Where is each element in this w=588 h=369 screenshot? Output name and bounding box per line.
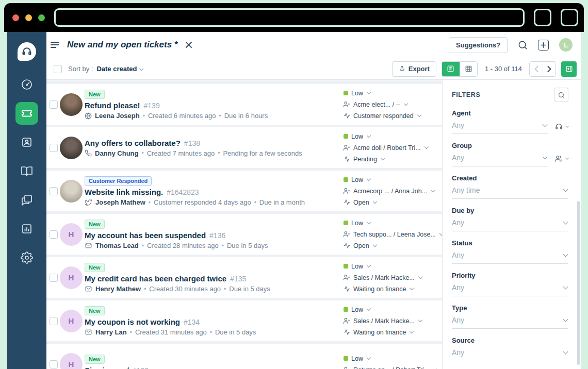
export-button[interactable]: Export <box>392 61 436 77</box>
filter-dropdown[interactable]: Any <box>452 121 548 134</box>
priority-select[interactable]: Low <box>344 355 435 362</box>
freshdesk-logo[interactable] <box>18 42 36 61</box>
priority-select[interactable]: Low <box>344 263 435 270</box>
ticket-row[interactable]: H New My coupon is not working #134 <box>46 300 442 341</box>
filter-dropdown[interactable]: Any time <box>452 186 568 199</box>
status-badge: New <box>85 263 105 272</box>
agent-headset-filter-button[interactable] <box>555 123 568 130</box>
ticket-subject[interactable]: Website link missing. <box>85 188 163 196</box>
ticket-subject[interactable]: Any offers to collaborate? <box>85 139 181 147</box>
sidebar-item-dashboard[interactable] <box>15 73 38 96</box>
sidebar-item-admin[interactable] <box>15 246 38 269</box>
company-contact-value: Tech suppo... / Leena Jose... <box>353 231 436 238</box>
maximize-window-button[interactable] <box>38 14 45 21</box>
requester-name[interactable]: Joseph Mathew <box>95 198 145 206</box>
filter-dropdown[interactable]: Any <box>452 153 548 166</box>
filter-dropdown[interactable]: Any <box>452 348 568 361</box>
sidebar-item-contacts[interactable] <box>15 131 38 154</box>
company-contact-select[interactable]: Returns an... / Robert Tri... <box>344 366 435 369</box>
card-view-button[interactable] <box>442 62 460 76</box>
browser-extension-button[interactable] <box>534 9 551 26</box>
ticket-row[interactable]: H New My account has been suspended #136 <box>46 214 442 255</box>
search-icon[interactable] <box>518 40 528 50</box>
filter-dropdown[interactable]: Any <box>452 250 568 264</box>
ticket-checkbox[interactable] <box>50 317 58 325</box>
filters-scrollbar[interactable] <box>577 201 580 365</box>
ticket-subject[interactable]: My account has been suspended <box>85 231 206 240</box>
company-contact-select[interactable]: Acme elect... / -- <box>344 101 435 108</box>
export-icon <box>399 65 405 72</box>
requester-name[interactable]: Leena Joseph <box>95 112 140 120</box>
ticket-row[interactable]: Any offers to collaborate? #138 Danny Ch… <box>46 127 442 168</box>
priority-select[interactable]: Low <box>344 90 435 97</box>
user-avatar[interactable]: L <box>559 38 573 52</box>
sort-value-dropdown[interactable]: Date created <box>96 65 143 73</box>
chevron-down-icon <box>367 220 371 224</box>
filter-dropdown[interactable]: Any <box>452 315 568 329</box>
suggestions-button[interactable]: Suggestions? <box>449 37 508 53</box>
requester-name[interactable]: Thomas Lead <box>95 242 139 249</box>
people-group-icon <box>554 155 563 162</box>
ticket-subject[interactable]: My credit card has been charged twice <box>85 274 226 283</box>
new-ticket-button[interactable] <box>538 40 549 51</box>
sidebar-item-analytics[interactable] <box>15 217 38 240</box>
status-select[interactable]: Waiting on finance <box>344 329 435 336</box>
requester-name[interactable]: Harry Lan <box>95 328 127 336</box>
ticket-row[interactable]: H New My credit card has been charged tw… <box>46 257 442 298</box>
previous-page-button[interactable] <box>530 62 543 76</box>
status-value: Open <box>353 242 369 249</box>
company-contact-select[interactable]: Sales / Mark Hacke... <box>344 274 435 281</box>
ticket-checkbox[interactable] <box>50 100 58 109</box>
priority-select[interactable]: Low <box>344 306 435 313</box>
company-contact-select[interactable]: Acmecorp ... / Anna Joh... <box>344 188 435 195</box>
status-select[interactable]: Open <box>344 199 435 206</box>
ticket-subject[interactable]: Refund please! <box>85 101 140 110</box>
ticket-subject[interactable]: Size issue :/ <box>85 366 129 369</box>
filter-value: Any <box>452 154 464 162</box>
collapse-filters-button[interactable] <box>561 61 577 77</box>
close-view-icon[interactable] <box>186 42 192 48</box>
assign-agent-icon <box>344 274 350 281</box>
chevron-down-icon <box>410 286 414 290</box>
requester-avatar: H <box>60 266 83 289</box>
status-select[interactable]: Waiting on finance <box>344 286 435 293</box>
ticket-checkbox[interactable] <box>50 230 58 239</box>
requester-name[interactable]: Henry Mathew <box>95 285 141 293</box>
close-window-button[interactable] <box>12 14 19 21</box>
browser-menu-button[interactable] <box>561 9 578 26</box>
sidebar-item-forums[interactable] <box>15 189 38 211</box>
view-list-icon[interactable] <box>51 41 60 48</box>
url-bar[interactable] <box>54 8 525 27</box>
minimize-window-button[interactable] <box>25 14 32 21</box>
next-page-button[interactable] <box>543 62 556 76</box>
company-contact-select[interactable]: Tech suppo... / Leena Jose... <box>344 231 435 238</box>
requester-name[interactable]: Danny Chung <box>95 149 139 157</box>
table-view-button[interactable] <box>460 62 477 76</box>
company-contact-select[interactable]: Sales / Mark Hacke... <box>344 317 435 325</box>
filter-dropdown[interactable]: Any <box>452 218 568 231</box>
avatar-initial: H <box>69 273 74 282</box>
company-contact-select[interactable]: Acme doll / Robert Tri... <box>344 144 435 152</box>
priority-select[interactable]: Low <box>344 133 435 140</box>
ticket-subject[interactable]: My coupon is not working <box>85 317 180 326</box>
priority-select[interactable]: Low <box>344 220 435 227</box>
ticket-row[interactable]: H New Size issue :/ #133 <box>46 344 442 369</box>
status-select[interactable]: Customer responded <box>344 112 435 120</box>
priority-select[interactable]: Low <box>344 176 435 183</box>
ticket-row[interactable]: New Refund please! #139 Leena Joseph • <box>46 84 442 125</box>
status-select[interactable]: Open <box>344 242 435 249</box>
sidebar-item-solutions[interactable] <box>15 160 38 182</box>
filter-search-button[interactable] <box>554 88 568 102</box>
ticket-checkbox[interactable] <box>50 360 58 368</box>
status-select[interactable]: Pending <box>344 156 435 163</box>
ticket-checkbox[interactable] <box>50 274 58 282</box>
ticket-row[interactable]: Customer Responded Website link missing.… <box>46 171 442 211</box>
sidebar-item-tickets[interactable] <box>15 102 38 125</box>
filter-label: Priority <box>452 272 568 279</box>
group-people-filter-button[interactable] <box>554 155 568 162</box>
ticket-checkbox[interactable] <box>50 187 58 195</box>
select-all-checkbox[interactable] <box>54 65 62 73</box>
filter-dropdown[interactable]: Any <box>452 283 568 296</box>
ticket-checkbox[interactable] <box>50 144 58 152</box>
ticket-id: #138 <box>184 139 200 147</box>
